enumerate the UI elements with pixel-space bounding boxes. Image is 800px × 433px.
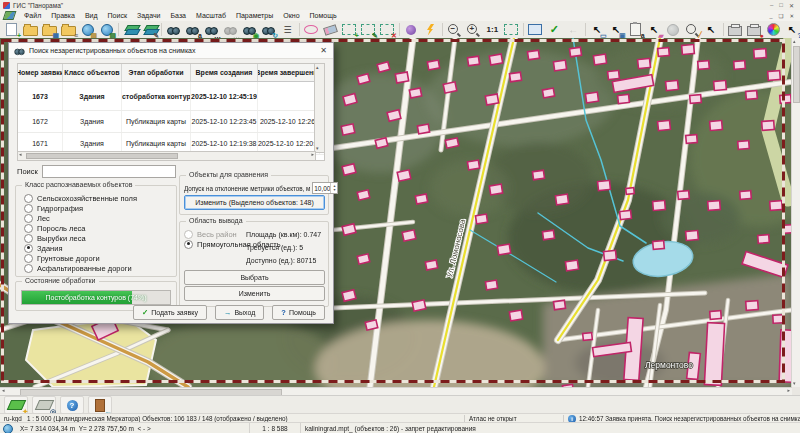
building-marker[interactable]: [708, 201, 721, 211]
building-marker[interactable]: [746, 301, 759, 311]
building-marker[interactable]: [417, 124, 429, 134]
building-marker[interactable]: [710, 120, 723, 130]
dialog-title-bar[interactable]: Поиск незарегистрированных объектов на с…: [9, 43, 333, 59]
requests-table[interactable]: Номер заявкиКласс объектовЭтап обработки…: [17, 63, 325, 161]
select-eraser-icon[interactable]: [321, 21, 340, 38]
zoom-in-icon[interactable]: +: [464, 21, 483, 38]
class-option-dirt-roads[interactable]: Грунтовые дороги: [24, 253, 176, 263]
open-map-icon[interactable]: [21, 21, 40, 38]
globe-icon[interactable]: [3, 424, 13, 433]
dialog-close-icon[interactable]: ✕: [318, 46, 329, 55]
building-marker[interactable]: [714, 80, 727, 90]
menu-scale[interactable]: Масштаб: [191, 10, 231, 21]
menu-base[interactable]: База: [165, 10, 191, 21]
building-marker[interactable]: [553, 60, 566, 71]
building-marker[interactable]: [509, 72, 521, 81]
building-marker[interactable]: [341, 124, 355, 135]
zoom-out-icon[interactable]: −: [445, 21, 464, 38]
apply-icon[interactable]: ✓: [545, 21, 564, 38]
building-marker[interactable]: [583, 333, 593, 341]
spinner-arrows-icon[interactable]: ▴▾: [330, 183, 337, 193]
find-by-name-icon[interactable]: a: [183, 21, 202, 38]
building-marker[interactable]: [532, 170, 544, 179]
building-marker[interactable]: [425, 260, 437, 270]
menu-help[interactable]: Помощь: [305, 10, 342, 21]
building-marker[interactable]: [598, 180, 611, 190]
building-marker[interactable]: [485, 94, 498, 105]
building-marker[interactable]: [365, 320, 378, 330]
building-marker[interactable]: [467, 160, 479, 170]
building-marker[interactable]: [395, 72, 408, 83]
column-header[interactable]: Номер заявки: [18, 64, 63, 81]
find-continue-icon[interactable]: …: [202, 21, 221, 38]
open-atlas-icon[interactable]: ▤: [97, 21, 116, 38]
building-marker[interactable]: [509, 310, 522, 321]
building-marker[interactable]: [542, 230, 554, 239]
building-marker[interactable]: [686, 135, 698, 144]
building-marker[interactable]: [443, 82, 457, 93]
minimize-button[interactable]: –: [770, 2, 773, 9]
exit-button[interactable]: → Выход: [215, 305, 264, 320]
child-minimize-button[interactable]: _: [769, 13, 772, 19]
building-marker[interactable]: [357, 254, 370, 264]
move-fragment-icon[interactable]: [526, 21, 545, 38]
select-object-icon[interactable]: ↖▣: [607, 21, 626, 38]
map-scale[interactable]: 1 : 8 588: [250, 423, 301, 433]
select-clear-icon[interactable]: ✕: [378, 21, 397, 38]
building-marker[interactable]: [754, 49, 767, 59]
help-icon[interactable]: ?: [60, 396, 84, 414]
find-next-icon[interactable]: …: [221, 21, 240, 38]
close-button[interactable]: ✕: [789, 2, 794, 9]
map-vertical-scrollbar[interactable]: ▴ ▾: [791, 38, 800, 387]
building-marker[interactable]: [653, 241, 665, 250]
fast-search-icon[interactable]: [421, 21, 440, 38]
select-add-icon[interactable]: +: [340, 21, 359, 38]
menu-search[interactable]: Поиск: [103, 10, 132, 21]
menu-edit[interactable]: Правка: [46, 10, 80, 21]
class-option-paved-roads[interactable]: Асфальтированные дороги: [24, 263, 176, 273]
building-marker[interactable]: [678, 191, 690, 200]
column-header[interactable]: Класс объектов: [63, 64, 122, 81]
building-marker[interactable]: [412, 300, 426, 311]
print-icon[interactable]: [726, 21, 745, 38]
column-header[interactable]: Время создания: [191, 64, 258, 81]
building-marker[interactable]: [585, 92, 598, 103]
table-row-1672[interactable]: 1672ЗданияПубликация карты2025-12-10 12:…: [18, 111, 324, 133]
building-marker[interactable]: [527, 50, 539, 59]
building-marker[interactable]: [758, 235, 770, 244]
maximize-button[interactable]: □: [779, 2, 783, 9]
building-marker[interactable]: [682, 44, 695, 54]
building-marker[interactable]: [445, 138, 458, 148]
building-marker[interactable]: [489, 184, 502, 195]
building-marker[interactable]: [387, 110, 401, 122]
table-vertical-scrollbar[interactable]: ▴ ▾: [314, 63, 325, 153]
menu-view[interactable]: Вид: [80, 10, 103, 21]
building-marker[interactable]: [746, 91, 758, 100]
change-selection-button[interactable]: Изменить (Выделено объектов: 148): [184, 195, 325, 210]
new-document-icon[interactable]: +: [2, 21, 21, 38]
building-marker[interactable]: [542, 88, 554, 98]
search-input[interactable]: [42, 165, 176, 178]
open-database-icon[interactable]: ≡: [59, 21, 78, 38]
map-view-icon[interactable]: ◎: [32, 396, 56, 414]
building-marker[interactable]: [409, 88, 421, 98]
building-marker[interactable]: [626, 188, 635, 195]
building-marker[interactable]: [475, 214, 487, 224]
scroll-up-icon[interactable]: ▴: [793, 39, 796, 44]
building-marker[interactable]: [768, 71, 781, 81]
building-marker[interactable]: [342, 290, 356, 302]
building-marker[interactable]: [343, 94, 357, 106]
print-setup-icon[interactable]: ●: [745, 21, 764, 38]
building-marker[interactable]: [698, 61, 710, 70]
open-matrix-icon[interactable]: ▦: [40, 21, 59, 38]
building-marker[interactable]: [653, 200, 666, 210]
building-marker[interactable]: [604, 250, 617, 260]
building-marker[interactable]: [485, 280, 497, 290]
class-option-hydrography[interactable]: Гидрография: [24, 203, 176, 213]
building-marker[interactable]: [565, 260, 578, 271]
building-marker[interactable]: [734, 61, 746, 70]
object-list-icon[interactable]: ☰: [278, 21, 297, 38]
menu-options[interactable]: Параметры: [231, 10, 278, 21]
map-create-icon[interactable]: ✦: [4, 396, 28, 414]
class-option-felling[interactable]: Вырубки леса: [24, 233, 176, 243]
